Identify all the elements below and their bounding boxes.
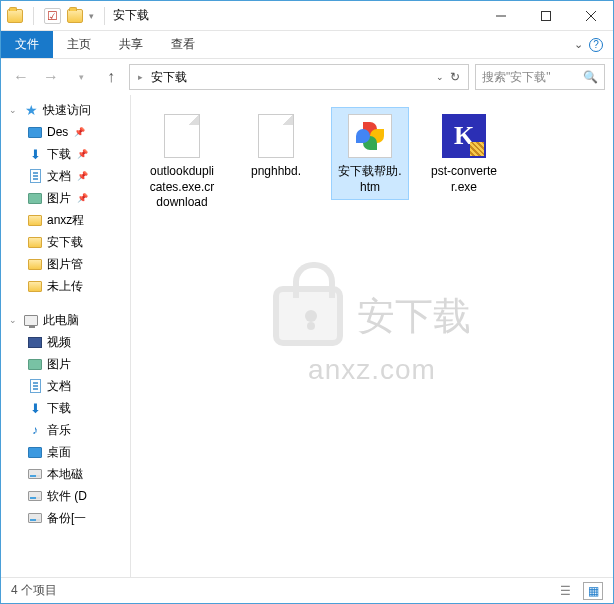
file-item[interactable]: K pst-converter.exe — [425, 107, 503, 200]
sidebar-quick-access[interactable]: ⌄ ★ 快速访问 — [1, 99, 130, 121]
sidebar-item-drive[interactable]: 备份[一 — [1, 507, 130, 529]
breadcrumb[interactable]: 安下载 — [147, 69, 191, 86]
picture-icon — [28, 359, 42, 370]
qat-new-folder-icon[interactable] — [67, 9, 83, 23]
view-icons-button[interactable]: ▦ — [583, 582, 603, 600]
address-dropdown-icon[interactable]: ⌄ — [436, 72, 444, 82]
lock-icon — [273, 286, 343, 346]
tab-view[interactable]: 查看 — [157, 31, 209, 58]
file-icon — [164, 114, 200, 158]
window-title: 安下载 — [113, 7, 149, 24]
watermark-text: 安下载 — [357, 297, 471, 335]
sidebar-item-label: 下载 — [47, 400, 71, 417]
app-folder-icon — [7, 9, 23, 23]
sidebar-item-label: 图片 — [47, 356, 71, 373]
document-icon — [30, 169, 41, 183]
ribbon-help-icon[interactable]: ? — [589, 38, 603, 52]
pc-icon — [24, 315, 38, 326]
sidebar-item-desktop[interactable]: Des📌 — [1, 121, 130, 143]
sidebar-item-drive[interactable]: 本地磁 — [1, 463, 130, 485]
refresh-icon[interactable]: ↻ — [446, 70, 464, 84]
ribbon: 文件 主页 共享 查看 ⌄ ? — [1, 31, 613, 59]
folder-icon — [28, 259, 42, 270]
maximize-button[interactable] — [523, 1, 568, 30]
search-icon: 🔍 — [583, 70, 598, 84]
sidebar-item-pictures[interactable]: 图片 — [1, 353, 130, 375]
minimize-button[interactable] — [478, 1, 523, 30]
search-input[interactable]: 搜索"安下载" 🔍 — [475, 64, 605, 90]
sidebar-item-label: 此电脑 — [43, 312, 79, 329]
nav-bar: ← → ▾ ↑ ▸ 安下载 ⌄ ↻ 搜索"安下载" 🔍 — [1, 59, 613, 95]
file-area[interactable]: 安下载 anxz.com outlookduplicates.exe.crdow… — [131, 95, 613, 577]
sidebar-item-downloads[interactable]: ⬇下载 — [1, 397, 130, 419]
sidebar-item-label: 图片 — [47, 190, 71, 207]
tab-file[interactable]: 文件 — [1, 31, 53, 58]
sidebar-item-label: 桌面 — [47, 444, 71, 461]
file-label: outlookduplicates.exe.crdownload — [148, 164, 216, 211]
htm-icon — [348, 114, 392, 158]
file-label: pst-converter.exe — [430, 164, 498, 195]
sidebar-item-downloads[interactable]: ⬇下载📌 — [1, 143, 130, 165]
chevron-down-icon[interactable]: ⌄ — [9, 105, 19, 115]
sidebar-item-label: 软件 (D — [47, 488, 87, 505]
pin-icon: 📌 — [77, 171, 88, 181]
drive-icon — [28, 513, 42, 523]
svg-rect-1 — [541, 11, 550, 20]
file-label: 安下载帮助.htm — [336, 164, 404, 195]
sidebar-item-label: 快速访问 — [43, 102, 91, 119]
quick-access-toolbar: ☑ ▾ — [7, 7, 109, 25]
file-item[interactable]: pnghhbd. — [237, 107, 315, 185]
up-button[interactable]: ↑ — [99, 65, 123, 89]
sidebar-item-desktop[interactable]: 桌面 — [1, 441, 130, 463]
sidebar-item-label: 视频 — [47, 334, 71, 351]
sidebar-item-drive[interactable]: 软件 (D — [1, 485, 130, 507]
drive-icon — [28, 469, 42, 479]
chevron-right-icon[interactable]: ▸ — [138, 72, 143, 82]
picture-icon — [28, 193, 42, 204]
pin-icon: 📌 — [77, 193, 88, 203]
pin-icon: 📌 — [74, 127, 85, 137]
sidebar-item-label: 备份[一 — [47, 510, 86, 527]
sidebar-item-label: 文档 — [47, 168, 71, 185]
tab-share[interactable]: 共享 — [105, 31, 157, 58]
music-icon: ♪ — [27, 422, 43, 438]
sidebar-item-folder[interactable]: 安下载 — [1, 231, 130, 253]
download-icon: ⬇ — [27, 400, 43, 416]
view-details-button[interactable]: ☰ — [555, 582, 575, 600]
sidebar-item-videos[interactable]: 视频 — [1, 331, 130, 353]
qat-properties-icon[interactable]: ☑ — [44, 8, 61, 24]
sidebar-item-label: 本地磁 — [47, 466, 83, 483]
history-dropdown[interactable]: ▾ — [69, 65, 93, 89]
folder-icon — [28, 237, 42, 248]
status-bar: 4 个项目 ☰ ▦ — [1, 577, 613, 603]
sidebar-item-folder[interactable]: 未上传 — [1, 275, 130, 297]
chevron-down-icon[interactable]: ⌄ — [9, 315, 19, 325]
sidebar: ⌄ ★ 快速访问 Des📌 ⬇下载📌 文档📌 图片📌 anxz程 安下载 图片管… — [1, 95, 131, 577]
sidebar-item-documents[interactable]: 文档📌 — [1, 165, 130, 187]
sidebar-item-folder[interactable]: anxz程 — [1, 209, 130, 231]
pin-icon: 📌 — [77, 149, 88, 159]
watermark: 安下载 anxz.com — [273, 286, 471, 386]
watermark-sub: anxz.com — [308, 354, 436, 386]
folder-icon — [28, 215, 42, 226]
sidebar-this-pc[interactable]: ⌄ 此电脑 — [1, 309, 130, 331]
address-bar[interactable]: ▸ 安下载 ⌄ ↻ — [129, 64, 469, 90]
file-item[interactable]: outlookduplicates.exe.crdownload — [143, 107, 221, 216]
sidebar-item-label: Des — [47, 125, 68, 139]
ribbon-expand-icon[interactable]: ⌄ — [574, 38, 583, 51]
sidebar-item-label: 音乐 — [47, 422, 71, 439]
sidebar-item-label: 文档 — [47, 378, 71, 395]
sidebar-item-label: anxz程 — [47, 212, 84, 229]
sidebar-item-folder[interactable]: 图片管 — [1, 253, 130, 275]
sidebar-item-label: 未上传 — [47, 278, 83, 295]
file-item[interactable]: 安下载帮助.htm — [331, 107, 409, 200]
close-button[interactable] — [568, 1, 613, 30]
back-button[interactable]: ← — [9, 65, 33, 89]
sidebar-item-pictures[interactable]: 图片📌 — [1, 187, 130, 209]
qat-dropdown-icon[interactable]: ▾ — [89, 11, 94, 21]
tab-home[interactable]: 主页 — [53, 31, 105, 58]
sidebar-item-music[interactable]: ♪音乐 — [1, 419, 130, 441]
sidebar-item-documents[interactable]: 文档 — [1, 375, 130, 397]
download-icon: ⬇ — [27, 146, 43, 162]
forward-button[interactable]: → — [39, 65, 63, 89]
